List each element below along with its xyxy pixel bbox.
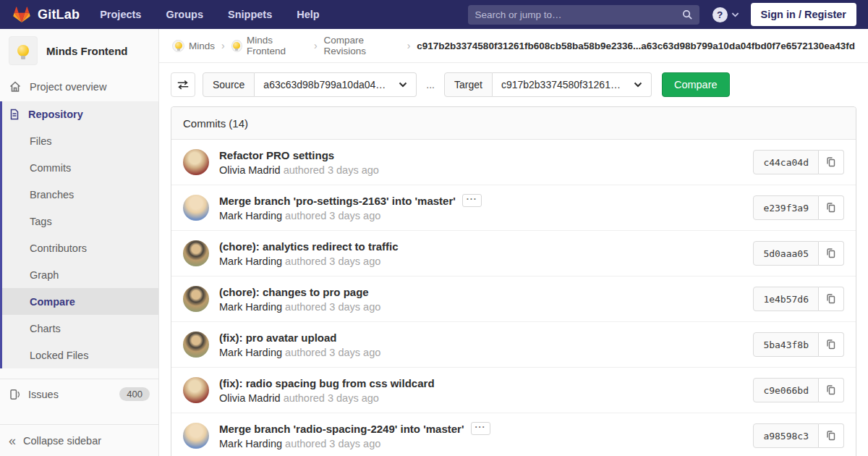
project-avatar bbox=[9, 36, 38, 65]
commit-author-avatar[interactable] bbox=[183, 377, 209, 403]
copy-sha-button[interactable] bbox=[819, 150, 844, 174]
nav-item-snippets[interactable]: Snippets bbox=[228, 9, 272, 20]
compare-form: Source a63c63d98b799a10da04… ... Target … bbox=[171, 72, 856, 97]
project-mini-avatar bbox=[231, 40, 242, 52]
copy-sha-button[interactable] bbox=[819, 378, 844, 402]
target-label: Target bbox=[444, 72, 493, 97]
commit-author-avatar[interactable] bbox=[183, 423, 209, 449]
commit-sha-link[interactable]: a98598c3 bbox=[753, 423, 819, 448]
sidebar-item-contributors[interactable]: Contributors bbox=[2, 235, 158, 261]
copy-sha-button[interactable] bbox=[819, 287, 844, 311]
commit-author-avatar[interactable] bbox=[183, 332, 209, 358]
commit-author-link[interactable]: Olivia Madrid bbox=[219, 164, 281, 176]
toggle-commit-description-button[interactable]: ··· bbox=[462, 194, 482, 207]
commit-sha-group: 5ba43f8b bbox=[753, 332, 844, 357]
copy-sha-button[interactable] bbox=[819, 332, 844, 357]
breadcrumb-project-link[interactable]: Minds Frontend bbox=[231, 35, 307, 56]
commit-author-avatar[interactable] bbox=[183, 195, 209, 221]
breadcrumb-compare-link[interactable]: Compare Revisions bbox=[324, 35, 401, 56]
help-dropdown[interactable]: ? bbox=[712, 7, 739, 22]
commit-sha-group: a98598c3 bbox=[753, 423, 844, 448]
commit-author-link[interactable]: Olivia Madrid bbox=[219, 392, 281, 404]
copy-icon bbox=[825, 293, 837, 305]
commit-authored-text: authored 3 days ago bbox=[285, 256, 380, 267]
copy-icon bbox=[825, 430, 837, 442]
commit-author-link[interactable]: Mark Harding bbox=[219, 438, 282, 449]
project-header-link[interactable]: Minds Frontend bbox=[0, 29, 158, 72]
breadcrumb-label: Minds bbox=[189, 41, 215, 51]
copy-sha-button[interactable] bbox=[819, 423, 844, 448]
sidebar-item-tags[interactable]: Tags bbox=[2, 208, 158, 235]
source-ref-dropdown[interactable]: a63c63d98b799a10da04… bbox=[255, 72, 417, 97]
commit-main: (fix): radio spacing bug from css wildca… bbox=[219, 377, 744, 404]
breadcrumb-separator: › bbox=[314, 40, 318, 51]
commit-author-avatar[interactable] bbox=[183, 286, 209, 312]
sidebar-item-files[interactable]: Files bbox=[2, 127, 158, 154]
nav-item-help[interactable]: Help bbox=[297, 9, 319, 20]
commit-sha-link[interactable]: c44ca04d bbox=[753, 150, 819, 174]
help-icon: ? bbox=[712, 7, 728, 22]
commit-title-link[interactable]: (fix): radio spacing bug from css wildca… bbox=[219, 377, 435, 389]
commit-title-link[interactable]: Merge branch 'radio-spacing-2249' into '… bbox=[219, 423, 464, 435]
sign-in-register-button[interactable]: Sign in / Register bbox=[751, 3, 856, 26]
copy-sha-button[interactable] bbox=[819, 241, 844, 266]
sidebar-item-compare[interactable]: Compare bbox=[2, 288, 158, 315]
gitlab-home-link[interactable]: GitLab bbox=[12, 4, 80, 25]
sidebar-item-graph[interactable]: Graph bbox=[2, 261, 158, 288]
commit-author-link[interactable]: Mark Harding bbox=[219, 210, 282, 221]
top-navbar: GitLab Projects Groups Snippets Help ? S… bbox=[0, 0, 868, 29]
commit-author-link[interactable]: Mark Harding bbox=[219, 301, 282, 313]
navbar-menu: Projects Groups Snippets Help bbox=[100, 9, 319, 20]
breadcrumb-group-link[interactable]: Minds bbox=[172, 40, 215, 52]
collapse-sidebar-button[interactable]: « Collapse sidebar bbox=[0, 424, 158, 456]
commit-title-link[interactable]: Merge branch 'pro-settings-2163' into 'm… bbox=[219, 195, 456, 207]
nav-item-groups[interactable]: Groups bbox=[166, 9, 203, 20]
commit-sha-group: e239f3a9 bbox=[753, 195, 844, 220]
nav-item-projects[interactable]: Projects bbox=[100, 9, 141, 20]
commit-title-link[interactable]: Refactor PRO settings bbox=[219, 149, 334, 161]
commit-title-link[interactable]: (chore): changes to pro page bbox=[219, 286, 369, 298]
copy-icon bbox=[825, 384, 837, 396]
swap-revisions-button[interactable] bbox=[171, 72, 195, 97]
copy-sha-button[interactable] bbox=[819, 195, 844, 220]
collapse-chevrons-icon: « bbox=[9, 434, 16, 447]
commit-main: Merge branch 'radio-spacing-2249' into '… bbox=[219, 422, 744, 449]
sidebar-item-project-overview[interactable]: Project overview bbox=[0, 72, 158, 101]
commit-author-link[interactable]: Mark Harding bbox=[219, 256, 282, 267]
commit-sha-link[interactable]: 5d0aaa05 bbox=[753, 241, 819, 266]
copy-icon bbox=[825, 248, 837, 259]
sidebar-item-branches[interactable]: Branches bbox=[2, 181, 158, 208]
commit-author-avatar[interactable] bbox=[183, 149, 209, 175]
commits-panel: Commits (14) Refactor PRO settings Olivi… bbox=[171, 106, 856, 456]
sidebar-item-repository[interactable]: Repository bbox=[2, 101, 158, 127]
commit-title-link[interactable]: (chore): analytics redirect to traffic bbox=[219, 240, 399, 253]
commit-sha-link[interactable]: 1e4b57d6 bbox=[753, 287, 819, 311]
sidebar-item-locked-files[interactable]: Locked Files bbox=[2, 342, 158, 368]
commit-author-avatar[interactable] bbox=[183, 240, 209, 266]
sidebar-item-charts[interactable]: Charts bbox=[2, 315, 158, 342]
issues-count-badge: 400 bbox=[119, 387, 150, 401]
commit-sha-link[interactable]: e239f3a9 bbox=[753, 195, 819, 220]
commit-sha-link[interactable]: 5ba43f8b bbox=[753, 332, 819, 357]
target-ref-dropdown[interactable]: c917b2b3374580f31261… bbox=[493, 72, 652, 97]
search-icon[interactable] bbox=[682, 9, 693, 20]
sidebar-item-issues[interactable]: Issues 400 bbox=[0, 379, 158, 409]
commit-authored-text: authored 3 days ago bbox=[285, 301, 380, 313]
commit-sha-group: 1e4b57d6 bbox=[753, 287, 844, 311]
page-body: Source a63c63d98b799a10da04… ... Target … bbox=[159, 63, 868, 456]
target-input-group: Target c917b2b3374580f31261… bbox=[444, 72, 652, 97]
commit-row: Refactor PRO settings Olivia Madrid auth… bbox=[171, 140, 856, 185]
commits-panel-header: Commits (14) bbox=[171, 107, 856, 140]
commit-author-link[interactable]: Mark Harding bbox=[219, 347, 282, 358]
copy-icon bbox=[825, 339, 837, 350]
commit-sha-link[interactable]: c9e066bd bbox=[753, 378, 819, 402]
commit-row: Merge branch 'pro-settings-2163' into 'm… bbox=[171, 185, 856, 231]
commit-title-link[interactable]: (fix): pro avatar upload bbox=[219, 332, 337, 344]
commit-main: Refactor PRO settings Olivia Madrid auth… bbox=[219, 149, 744, 176]
commit-row: (fix): radio spacing bug from css wildca… bbox=[171, 368, 856, 413]
sidebar-item-commits[interactable]: Commits bbox=[2, 154, 158, 181]
search-input[interactable] bbox=[468, 5, 699, 25]
project-title: Minds Frontend bbox=[46, 45, 128, 57]
compare-button[interactable]: Compare bbox=[662, 72, 730, 97]
toggle-commit-description-button[interactable]: ··· bbox=[471, 422, 490, 435]
